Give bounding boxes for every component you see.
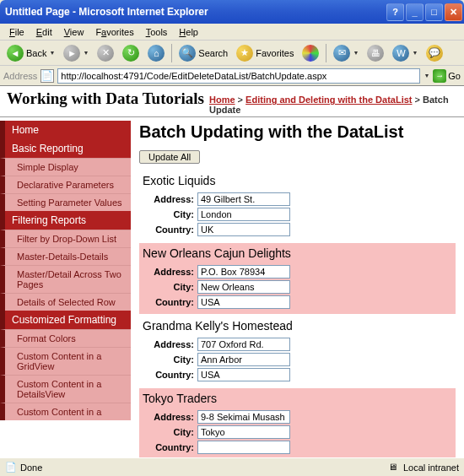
window-title: Untitled Page - Microsoft Internet Explo… xyxy=(5,6,385,18)
address-label: Address: xyxy=(143,339,197,349)
country-input[interactable] xyxy=(197,441,290,454)
search-icon: 🔍 xyxy=(179,45,196,62)
nav-category[interactable]: Basic Reporting xyxy=(0,139,131,158)
address-input[interactable] xyxy=(197,192,290,206)
nav-item[interactable]: Master-Details-Details xyxy=(0,247,131,265)
forward-icon: ► xyxy=(63,45,80,62)
address-input[interactable] xyxy=(197,338,290,351)
toolbar: ◄Back▼ ►▼ ✕ ↻ ⌂ 🔍Search ★Favorites ✉▼ 🖶 … xyxy=(0,41,464,66)
home-button[interactable]: ⌂ xyxy=(144,43,168,63)
menu-edit[interactable]: Edit xyxy=(30,25,58,39)
nav-item[interactable]: Details of Selected Row xyxy=(0,293,131,311)
search-button[interactable]: 🔍Search xyxy=(175,43,231,63)
go-button[interactable]: →Go xyxy=(433,69,461,83)
edit-icon: W xyxy=(392,45,409,62)
city-label: City: xyxy=(143,282,197,292)
breadcrumb-home[interactable]: Home xyxy=(209,95,235,105)
supplier-name: New Orleans Cajun Delights xyxy=(143,246,452,260)
page-icon: 📄 xyxy=(40,69,54,83)
nav-item[interactable]: Simple Display xyxy=(0,158,131,176)
main-content: Batch Updating with the DataList Update … xyxy=(131,117,464,457)
city-label: City: xyxy=(143,427,197,437)
go-icon: → xyxy=(433,69,446,83)
menu-view[interactable]: View xyxy=(58,25,90,39)
minimize-button[interactable]: _ xyxy=(406,3,424,21)
country-label: Country: xyxy=(143,224,197,235)
country-input[interactable] xyxy=(197,295,290,309)
supplier-item: Grandma Kelly's HomesteadAddress:City:Co… xyxy=(139,316,456,387)
menu-help[interactable]: Help xyxy=(173,25,204,39)
country-label: Country: xyxy=(143,297,197,307)
edit-button[interactable]: W▼ xyxy=(389,43,421,63)
breadcrumb: Home > Editing and Deleting with the Dat… xyxy=(209,89,457,115)
dropdown-icon[interactable]: ▼ xyxy=(424,73,429,78)
favorites-button[interactable]: ★Favorites xyxy=(233,43,297,63)
country-input[interactable] xyxy=(197,223,290,236)
nav-category[interactable]: Home xyxy=(0,121,131,139)
print-button[interactable]: 🖶 xyxy=(364,43,387,63)
media-icon xyxy=(302,45,319,62)
country-label: Country: xyxy=(143,370,197,380)
supplier-item: Exotic LiquidsAddress:City:Country: xyxy=(139,170,456,241)
nav-category[interactable]: Customized Formatting xyxy=(0,311,131,329)
maximize-button[interactable]: □ xyxy=(425,3,443,21)
page-content: Working with Data Tutorials Home > Editi… xyxy=(0,86,464,457)
city-input[interactable] xyxy=(197,208,290,221)
back-button[interactable]: ◄Back▼ xyxy=(3,43,58,63)
site-title: Working with Data Tutorials xyxy=(7,89,209,115)
nav-item[interactable]: Custom Content in a DetailsView xyxy=(0,375,131,403)
media-button[interactable] xyxy=(299,43,322,63)
separator xyxy=(171,44,172,62)
menu-favorites[interactable]: Favorites xyxy=(89,25,139,39)
menu-tools[interactable]: Tools xyxy=(140,25,174,39)
window-titlebar: Untitled Page - Microsoft Internet Explo… xyxy=(0,0,464,24)
status-text: Done xyxy=(20,462,42,473)
city-input[interactable] xyxy=(197,425,290,439)
address-label: Address: xyxy=(143,412,197,422)
address-input[interactable] xyxy=(197,410,290,424)
breadcrumb-mid[interactable]: Editing and Deleting with the DataList xyxy=(245,95,412,105)
done-icon: 📄 xyxy=(5,462,17,473)
help-button[interactable]: ? xyxy=(386,3,404,21)
supplier-item: New Orleans Cajun DelightsAddress:City:C… xyxy=(139,243,456,314)
separator xyxy=(326,44,326,62)
country-input[interactable] xyxy=(197,368,290,381)
address-input[interactable] xyxy=(57,68,420,84)
home-icon: ⌂ xyxy=(148,45,165,62)
nav-item[interactable]: Format Colors xyxy=(0,329,131,347)
nav-item[interactable]: Custom Content in a GridView xyxy=(0,347,131,375)
city-input[interactable] xyxy=(197,353,290,366)
city-input[interactable] xyxy=(197,280,290,294)
chevron-down-icon: ▼ xyxy=(412,50,418,56)
supplier-item: Tokyo TradersAddress:City:Country: xyxy=(139,388,456,457)
stop-icon: ✕ xyxy=(97,45,114,62)
chevron-down-icon: ▼ xyxy=(49,50,55,56)
refresh-icon: ↻ xyxy=(122,45,139,62)
address-label: Address: xyxy=(143,194,197,204)
discuss-button[interactable]: 💬 xyxy=(423,43,446,63)
address-input[interactable] xyxy=(197,265,290,279)
supplier-name: Tokyo Traders xyxy=(143,392,452,405)
addressbar: Address 📄 ▼ →Go xyxy=(0,66,464,86)
nav-item[interactable]: Custom Content in a xyxy=(0,403,131,420)
address-label: Address xyxy=(3,71,37,81)
nav-item[interactable]: Setting Parameter Values xyxy=(0,193,131,211)
mail-icon: ✉ xyxy=(333,45,350,62)
nav-category[interactable]: Filtering Reports xyxy=(0,211,131,230)
nav-item[interactable]: Master/Detail Across Two Pages xyxy=(0,265,131,293)
city-label: City: xyxy=(143,354,197,365)
close-button[interactable]: ✕ xyxy=(445,3,462,21)
menu-file[interactable]: File xyxy=(3,25,30,39)
print-icon: 🖶 xyxy=(367,45,384,62)
stop-button[interactable]: ✕ xyxy=(94,43,117,63)
star-icon: ★ xyxy=(236,45,253,62)
menubar: File Edit View Favorites Tools Help xyxy=(0,24,464,41)
mail-button[interactable]: ✉▼ xyxy=(330,43,362,63)
update-all-button[interactable]: Update All xyxy=(139,150,200,164)
statusbar: 📄Done 🖥Local intranet xyxy=(0,457,464,476)
address-label: Address: xyxy=(143,267,197,277)
nav-item[interactable]: Filter by Drop-Down List xyxy=(0,230,131,247)
forward-button[interactable]: ►▼ xyxy=(60,43,92,63)
nav-item[interactable]: Declarative Parameters xyxy=(0,176,131,193)
refresh-button[interactable]: ↻ xyxy=(119,43,143,63)
